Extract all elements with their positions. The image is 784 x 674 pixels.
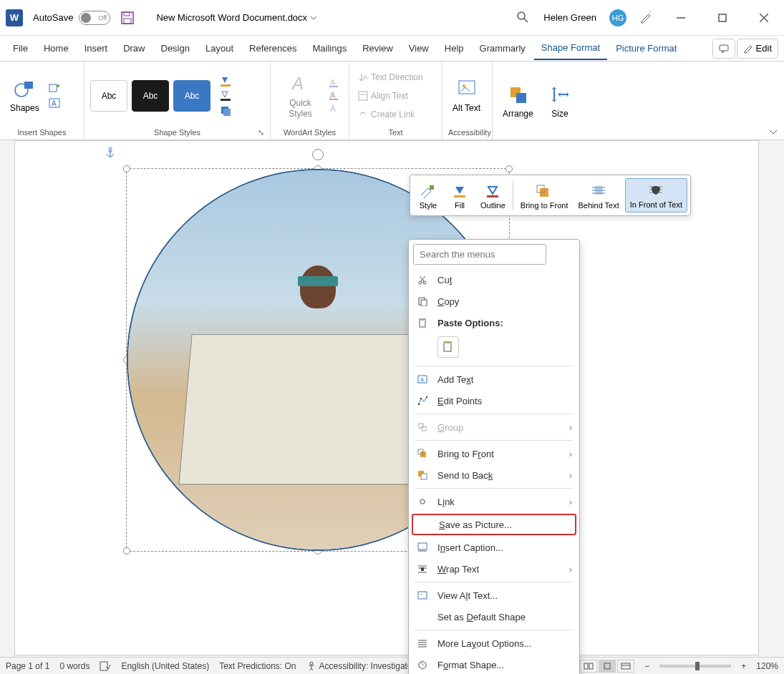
anchor-icon[interactable] xyxy=(105,147,115,160)
mini-fill-button[interactable]: Fill xyxy=(445,178,475,213)
tab-review[interactable]: Review xyxy=(355,37,400,60)
shape-style-3[interactable]: Abc xyxy=(173,80,210,112)
autosave-toggle[interactable]: Off xyxy=(79,11,110,25)
mini-bring-front-button[interactable]: Bring to Front xyxy=(516,178,573,213)
tab-insert[interactable]: Insert xyxy=(77,37,115,60)
mini-in-front-button[interactable]: In Front of Text xyxy=(625,178,687,213)
resize-handle-bl[interactable] xyxy=(123,547,130,555)
ctx-set-default-shape[interactable]: Set as Default Shape xyxy=(409,606,579,627)
resize-handle-tr[interactable] xyxy=(505,165,513,172)
page-indicator[interactable]: Page 1 of 1 xyxy=(6,661,49,671)
tab-draw[interactable]: Draw xyxy=(116,37,152,60)
dialog-launcher-icon[interactable]: ⤡ xyxy=(258,128,264,137)
zoom-in[interactable]: + xyxy=(741,661,746,671)
ctx-save-as-picture[interactable]: Save as Picture... xyxy=(412,514,576,535)
create-link-button[interactable]: Create Link xyxy=(355,108,426,121)
ctx-group[interactable]: Group › xyxy=(409,416,579,438)
close-button[interactable] xyxy=(750,4,778,32)
text-predictions[interactable]: Text Predictions: On xyxy=(219,661,296,671)
svg-text:A: A xyxy=(330,78,336,87)
editing-button[interactable]: Edit xyxy=(737,39,778,59)
tab-design[interactable]: Design xyxy=(154,37,197,60)
shape-outline-icon[interactable] xyxy=(219,90,236,102)
mini-outline-button[interactable]: Outline xyxy=(476,178,510,213)
ribbon-collapse-icon[interactable] xyxy=(768,127,778,137)
tab-file[interactable]: File xyxy=(6,37,35,60)
format-shape-icon xyxy=(416,658,429,671)
ctx-send-back[interactable]: Send to Back › xyxy=(409,464,579,486)
svg-rect-9 xyxy=(720,45,728,51)
size-button[interactable]: Size xyxy=(544,80,576,122)
document-title[interactable]: New Microsoft Word Document.docx xyxy=(156,12,317,23)
spellcheck-icon[interactable] xyxy=(100,661,111,671)
shape-fill-icon[interactable] xyxy=(219,76,236,87)
svg-point-35 xyxy=(109,147,112,150)
ctx-more-layout[interactable]: More Layout Options... xyxy=(409,633,579,654)
search-button[interactable] xyxy=(516,11,531,25)
tab-home[interactable]: Home xyxy=(37,37,76,60)
ctx-insert-caption[interactable]: Insert Caption... xyxy=(409,537,579,558)
word-count[interactable]: 0 words xyxy=(59,661,89,671)
svg-text:A: A xyxy=(291,74,304,93)
save-icon[interactable] xyxy=(120,11,135,25)
search-menus-input[interactable] xyxy=(413,244,546,265)
comments-button[interactable] xyxy=(712,39,735,59)
rotation-handle[interactable] xyxy=(312,149,324,160)
arrange-button[interactable]: Arrange xyxy=(498,80,538,122)
svg-rect-78 xyxy=(418,592,427,599)
text-fill-icon[interactable]: A xyxy=(329,78,343,88)
language-indicator[interactable]: English (United States) xyxy=(121,661,209,671)
tab-grammarly[interactable]: Grammarly xyxy=(473,37,533,60)
text-box-icon[interactable]: A xyxy=(48,97,62,109)
maximize-button[interactable] xyxy=(708,4,737,32)
title-bar: W AutoSave Off New Microsoft Word Docume… xyxy=(0,0,784,36)
alt-text-button[interactable]: Alt Text xyxy=(448,74,485,116)
tab-picture-format[interactable]: Picture Format xyxy=(609,37,684,60)
page[interactable] xyxy=(14,140,759,655)
text-outline-icon[interactable]: A xyxy=(329,91,343,101)
mini-style-button[interactable]: Style xyxy=(413,178,443,213)
paste-option-button[interactable] xyxy=(437,336,459,358)
pen-icon[interactable] xyxy=(639,11,654,25)
zoom-out[interactable]: − xyxy=(644,661,649,671)
user-avatar[interactable]: HG xyxy=(609,9,626,26)
svg-rect-29 xyxy=(459,81,475,94)
text-direction-button[interactable]: AText Direction xyxy=(355,71,426,84)
align-text-button[interactable]: Align Text xyxy=(355,89,426,102)
ctx-bring-front[interactable]: Bring to Front › xyxy=(409,443,579,464)
ctx-edit-points[interactable]: Edit Points xyxy=(409,390,579,411)
minimize-button[interactable] xyxy=(667,4,695,32)
text-effects-icon[interactable]: A xyxy=(329,104,343,114)
context-menu: Cut Copy Paste Options: A Add Text Edit … xyxy=(408,239,580,674)
shapes-button[interactable]: Shapes xyxy=(6,74,44,116)
ctx-copy[interactable]: Copy xyxy=(409,290,579,312)
tab-references[interactable]: References xyxy=(242,37,304,60)
zoom-slider[interactable] xyxy=(659,665,731,668)
quick-styles-button[interactable]: A Quick Styles xyxy=(276,69,324,122)
edit-shape-icon[interactable] xyxy=(48,83,62,94)
shape-styles-group-label: Shape Styles xyxy=(154,128,200,137)
view-read-mode[interactable] xyxy=(580,660,597,673)
ctx-link[interactable]: Link › xyxy=(409,491,579,512)
view-print-layout[interactable] xyxy=(599,660,616,673)
shape-effects-icon[interactable] xyxy=(219,104,236,116)
mini-behind-text-button[interactable]: Behind Text xyxy=(574,178,624,213)
tab-layout[interactable]: Layout xyxy=(198,37,241,60)
ctx-format-shape[interactable]: Format Shape... xyxy=(409,654,579,674)
tab-help[interactable]: Help xyxy=(437,37,471,60)
tab-view[interactable]: View xyxy=(402,37,436,60)
ctx-add-text[interactable]: A Add Text xyxy=(409,368,579,390)
shape-style-2[interactable]: Abc xyxy=(132,80,169,112)
ctx-cut[interactable]: Cut xyxy=(409,269,579,290)
accessibility-status[interactable]: Accessibility: Investigate xyxy=(306,661,412,671)
ctx-wrap-text[interactable]: Wrap Text › xyxy=(409,558,579,580)
tab-shape-format[interactable]: Shape Format xyxy=(534,37,607,60)
word-app-icon: W xyxy=(6,9,23,26)
resize-handle-tl[interactable] xyxy=(123,165,130,172)
ctx-view-alt-text[interactable]: View Alt Text... xyxy=(409,585,579,606)
view-web-layout[interactable] xyxy=(617,660,634,673)
zoom-level[interactable]: 120% xyxy=(756,661,778,671)
svg-point-30 xyxy=(463,84,465,87)
shape-style-1[interactable]: Abc xyxy=(90,80,127,112)
tab-mailings[interactable]: Mailings xyxy=(306,37,354,60)
